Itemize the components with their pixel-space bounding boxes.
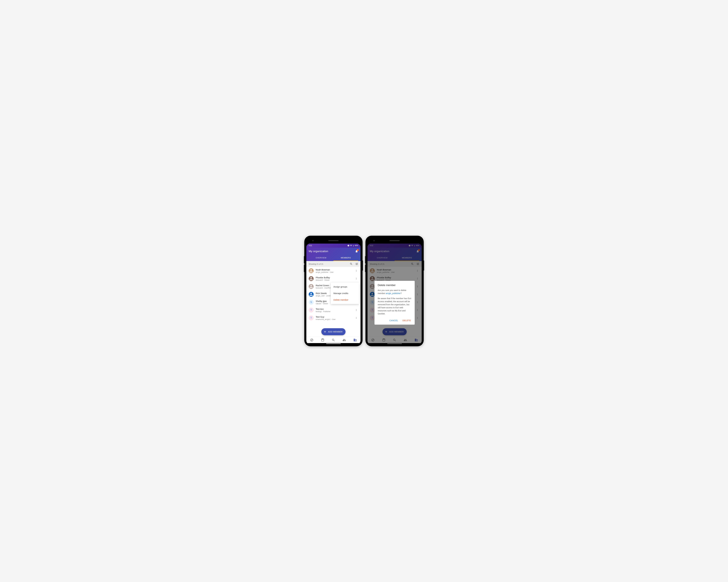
notifications-button[interactable]: 1	[355, 250, 358, 253]
tabs: OVERVIEW MEMBERS	[309, 255, 358, 261]
nav-organization[interactable]	[354, 338, 357, 342]
filter-button[interactable]	[355, 262, 358, 266]
bottom-nav	[306, 337, 361, 343]
delete-dialog: Delete member Are you sure you want to d…	[374, 281, 415, 325]
avatar	[309, 292, 314, 297]
phone-left: 4:01 45% My organization 1	[304, 236, 363, 346]
add-member-fab[interactable]: ADD MEMBER	[321, 328, 345, 335]
member-subtitle: arcgis_publisher · User	[316, 271, 353, 273]
member-subtitle: testuser3 · Viewer	[316, 279, 353, 281]
phone-power	[424, 260, 424, 271]
building-icon	[354, 338, 357, 342]
context-menu: Assign groups Manage credits Delete memb…	[331, 282, 359, 304]
member-more-button[interactable]	[355, 269, 358, 273]
phone-volume-up	[304, 256, 304, 264]
menu-delete-member[interactable]: Delete member	[331, 297, 359, 303]
member-name: Phoebe Buffay	[316, 276, 353, 279]
menu-manage-credits[interactable]: Manage credits	[331, 290, 359, 297]
status-time: 4:01	[309, 245, 347, 247]
nav-search[interactable]	[332, 338, 335, 342]
phone-power	[363, 260, 363, 271]
member-info: Test Guynmanocha_arcgis1 · User	[316, 315, 353, 321]
phone-top	[367, 238, 422, 244]
phone-camera	[312, 240, 314, 241]
menu-assign-groups[interactable]: Assign groups	[331, 283, 359, 290]
member-more-button[interactable]	[355, 316, 358, 320]
member-subtitle: testing1 · Publisher	[316, 310, 353, 312]
dialog-actions: CANCEL DELETE	[378, 318, 412, 323]
screen: 4:02 45% My organization 1	[367, 244, 422, 344]
nav-content[interactable]	[321, 338, 324, 342]
phone-volume-up	[365, 256, 365, 264]
phone-volume-down	[365, 265, 365, 272]
filter-bar: Showing 21 of 21	[306, 261, 361, 267]
compass-icon	[310, 338, 313, 342]
phone-camera	[373, 240, 375, 241]
fab-label: ADD MEMBER	[328, 331, 343, 333]
member-info: Test Acctesting1 · Publisher	[316, 308, 353, 312]
avatar: T	[309, 308, 314, 312]
home-indicator	[326, 343, 341, 344]
cancel-button[interactable]: CANCEL	[389, 318, 399, 323]
member-info: Phoebe Buffaytestuser3 · Viewer	[316, 276, 353, 281]
people-icon	[342, 338, 346, 342]
search-button[interactable]	[350, 262, 353, 266]
delete-button[interactable]: DELETE	[402, 318, 412, 323]
member-name: Test Guy	[316, 315, 353, 318]
member-row[interactable]: TTest Guynmanocha_arcgis1 · User	[306, 314, 361, 322]
plus-icon	[323, 330, 327, 333]
dialog-para2: Be aware that if the member has Esri Acc…	[378, 297, 412, 315]
phone-speaker	[389, 240, 400, 241]
screen: 4:01 45% My organization 1	[306, 244, 361, 344]
more-vert-icon	[355, 309, 358, 311]
status-bar: 4:01 45%	[306, 244, 361, 248]
avatar: T	[309, 315, 314, 321]
phone-right: 4:02 45% My organization 1	[365, 236, 424, 346]
tab-overview[interactable]: OVERVIEW	[309, 255, 333, 261]
phone-top	[306, 238, 361, 244]
member-more-button[interactable]	[355, 277, 358, 280]
member-more-button[interactable]	[355, 308, 358, 312]
member-subtitle: nmanocha_arcgis1 · User	[316, 318, 353, 321]
battery-percent: 45%	[355, 245, 358, 247]
battery-icon	[353, 245, 354, 247]
member-name: Noah Bowman	[316, 269, 353, 271]
member-info: Noah Bowmanarcgis_publisher · User	[316, 269, 353, 273]
more-vert-icon	[355, 270, 358, 272]
phone-volume-down	[304, 265, 304, 272]
avatar: S	[309, 300, 314, 305]
dialog-line1-end: ?	[400, 292, 402, 295]
dialog-body: Are you sure you want to delete member a…	[378, 289, 412, 315]
nav-groups[interactable]	[342, 338, 346, 342]
dialog-username: arcgis_publisher	[386, 292, 400, 295]
vibrate-icon	[347, 245, 349, 247]
app-header: My organization 1 OVERVIEW MEMBERS	[306, 248, 361, 261]
avatar	[309, 276, 314, 281]
dialog-title: Delete member	[378, 284, 412, 287]
tab-members[interactable]: MEMBERS	[333, 255, 358, 261]
search-icon	[332, 338, 335, 342]
status-right: 45%	[347, 245, 358, 247]
notif-badge: 1	[357, 249, 359, 251]
member-name: Test Acc	[316, 308, 353, 310]
wifi-icon	[350, 245, 352, 247]
member-row[interactable]: TTest Acctesting1 · Publisher	[306, 306, 361, 314]
phone-speaker	[328, 240, 339, 241]
tune-icon	[355, 262, 358, 266]
more-vert-icon	[355, 277, 358, 280]
more-vert-icon	[355, 316, 358, 319]
member-row[interactable]: Noah Bowmanarcgis_publisher · User	[306, 267, 361, 275]
clipboard-icon	[321, 338, 324, 342]
result-count: Showing 21 of 21	[309, 263, 350, 265]
page-title: My organization	[309, 250, 328, 253]
avatar	[309, 268, 314, 273]
search-icon	[350, 262, 353, 266]
member-row[interactable]: Phoebe Buffaytestuser3 · Viewer	[306, 275, 361, 282]
nav-explore[interactable]	[310, 338, 313, 342]
avatar	[309, 284, 314, 289]
